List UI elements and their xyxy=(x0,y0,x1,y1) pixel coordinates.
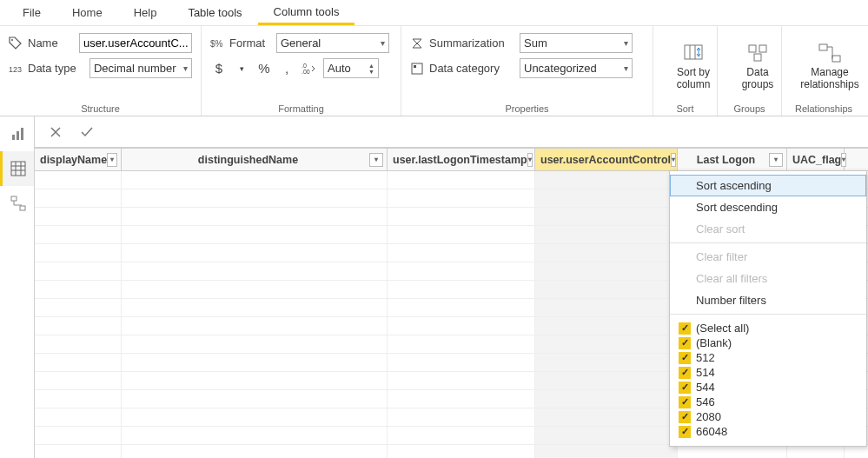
table-cell[interactable] xyxy=(35,189,122,207)
filter-button[interactable]: ▾ xyxy=(107,153,117,167)
table-cell[interactable] xyxy=(535,317,678,335)
table-cell[interactable] xyxy=(388,262,535,280)
filter-check-514[interactable]: ✓514 xyxy=(679,365,858,380)
table-cell[interactable] xyxy=(535,189,678,207)
table-cell[interactable] xyxy=(122,335,388,353)
table-cell[interactable] xyxy=(35,390,122,408)
sort-by-column-button[interactable]: Sort by column xyxy=(662,33,725,100)
table-cell[interactable] xyxy=(535,354,678,371)
table-cell[interactable] xyxy=(35,226,122,243)
menu-sort-ascending[interactable]: Sort ascending xyxy=(670,175,866,196)
filter-check-2080[interactable]: ✓2080 xyxy=(679,409,858,424)
table-cell[interactable] xyxy=(388,427,535,444)
column-header-lastlogontimestamp[interactable]: user.lastLogonTimestamp ▾ xyxy=(388,149,535,170)
table-cell[interactable] xyxy=(535,262,678,280)
table-cell[interactable] xyxy=(35,408,122,426)
data-category-dropdown[interactable]: Uncategorized ▾ xyxy=(520,58,633,78)
table-cell[interactable] xyxy=(35,335,122,353)
table-cell[interactable] xyxy=(388,372,535,389)
table-cell[interactable] xyxy=(122,354,388,371)
table-cell[interactable] xyxy=(535,335,678,353)
table-cell[interactable] xyxy=(35,208,122,225)
data-groups-button[interactable]: Data groups xyxy=(726,33,789,100)
column-header-displayname[interactable]: displayName ▾ xyxy=(35,149,122,170)
table-cell[interactable] xyxy=(122,408,388,426)
table-cell[interactable] xyxy=(535,445,678,458)
table-cell[interactable] xyxy=(35,317,122,335)
table-cell[interactable] xyxy=(122,262,388,280)
table-cell[interactable] xyxy=(122,299,388,316)
percent-button[interactable]: % xyxy=(255,60,273,77)
table-cell[interactable] xyxy=(122,208,388,225)
table-cell[interactable] xyxy=(678,445,787,458)
table-cell[interactable] xyxy=(122,390,388,408)
table-cell[interactable] xyxy=(35,445,122,458)
table-cell[interactable] xyxy=(122,427,388,444)
table-cell[interactable] xyxy=(388,171,535,189)
table-cell[interactable] xyxy=(35,354,122,371)
table-cell[interactable] xyxy=(122,171,388,189)
summarization-dropdown[interactable]: Sum ▾ xyxy=(520,33,633,53)
table-cell[interactable] xyxy=(122,445,388,458)
table-cell[interactable] xyxy=(35,281,122,298)
table-cell[interactable] xyxy=(787,445,845,458)
table-cell[interactable] xyxy=(535,299,678,316)
model-view-button[interactable] xyxy=(0,186,34,221)
table-cell[interactable] xyxy=(388,317,535,335)
table-cell[interactable] xyxy=(388,189,535,207)
tab-home[interactable]: Home xyxy=(56,0,118,25)
table-cell[interactable] xyxy=(35,372,122,389)
currency-menu-icon[interactable]: ▾ xyxy=(233,60,250,77)
thousands-button[interactable]: , xyxy=(278,60,295,77)
table-cell[interactable] xyxy=(388,408,535,426)
currency-button[interactable]: $ xyxy=(210,60,228,77)
filter-button[interactable]: ▾ xyxy=(671,153,676,167)
filter-button[interactable]: ▾ xyxy=(841,153,846,167)
table-cell[interactable] xyxy=(35,427,122,444)
decimal-button[interactable]: .0.00 xyxy=(301,60,318,77)
manage-relationships-button[interactable]: Manage relationships xyxy=(791,33,868,100)
table-cell[interactable] xyxy=(388,445,535,458)
table-cell[interactable] xyxy=(122,244,388,262)
table-cell[interactable] xyxy=(535,372,678,389)
table-cell[interactable] xyxy=(535,244,678,262)
filter-check-512[interactable]: ✓512 xyxy=(679,350,858,365)
commit-button[interactable] xyxy=(78,123,96,141)
table-cell[interactable] xyxy=(388,299,535,316)
tab-file[interactable]: File xyxy=(7,0,56,25)
table-cell[interactable] xyxy=(388,226,535,243)
menu-sort-descending[interactable]: Sort descending xyxy=(670,196,866,218)
column-header-uacflag[interactable]: UAC_flag ▾ xyxy=(787,149,845,170)
format-dropdown[interactable]: General ▾ xyxy=(276,33,389,53)
column-header-lastlogon[interactable]: Last Logon ▾ xyxy=(678,149,787,170)
table-cell[interactable] xyxy=(388,335,535,353)
filter-check-select-all[interactable]: ✓(Select all) xyxy=(679,321,858,335)
filter-check-66048[interactable]: ✓66048 xyxy=(679,424,858,439)
table-cell[interactable] xyxy=(535,208,678,225)
table-cell[interactable] xyxy=(535,390,678,408)
table-cell[interactable] xyxy=(35,171,122,189)
table-row[interactable] xyxy=(35,445,868,458)
filter-check-blank[interactable]: ✓(Blank) xyxy=(679,335,858,350)
datatype-dropdown[interactable]: Decimal number ▾ xyxy=(89,58,192,78)
filter-button[interactable]: ▾ xyxy=(527,153,533,167)
column-name-input[interactable] xyxy=(79,33,192,53)
table-cell[interactable] xyxy=(35,244,122,262)
filter-check-546[interactable]: ✓546 xyxy=(679,395,858,409)
filter-button[interactable]: ▾ xyxy=(769,153,783,167)
spinner-arrows-icon[interactable]: ▲▼ xyxy=(368,63,374,75)
column-header-distinguishedname[interactable]: distinguishedName ▾ xyxy=(122,149,388,170)
table-cell[interactable] xyxy=(388,281,535,298)
tab-table-tools[interactable]: Table tools xyxy=(172,0,257,25)
column-header-useraccountcontrol[interactable]: user.userAccountControl ▾ xyxy=(535,149,678,170)
table-cell[interactable] xyxy=(535,281,678,298)
table-cell[interactable] xyxy=(535,226,678,243)
table-cell[interactable] xyxy=(122,372,388,389)
table-cell[interactable] xyxy=(388,390,535,408)
table-cell[interactable] xyxy=(122,281,388,298)
table-cell[interactable] xyxy=(35,262,122,280)
report-view-button[interactable] xyxy=(0,116,34,151)
tab-column-tools[interactable]: Column tools xyxy=(258,0,355,25)
table-cell[interactable] xyxy=(535,427,678,444)
tab-help[interactable]: Help xyxy=(118,0,173,25)
